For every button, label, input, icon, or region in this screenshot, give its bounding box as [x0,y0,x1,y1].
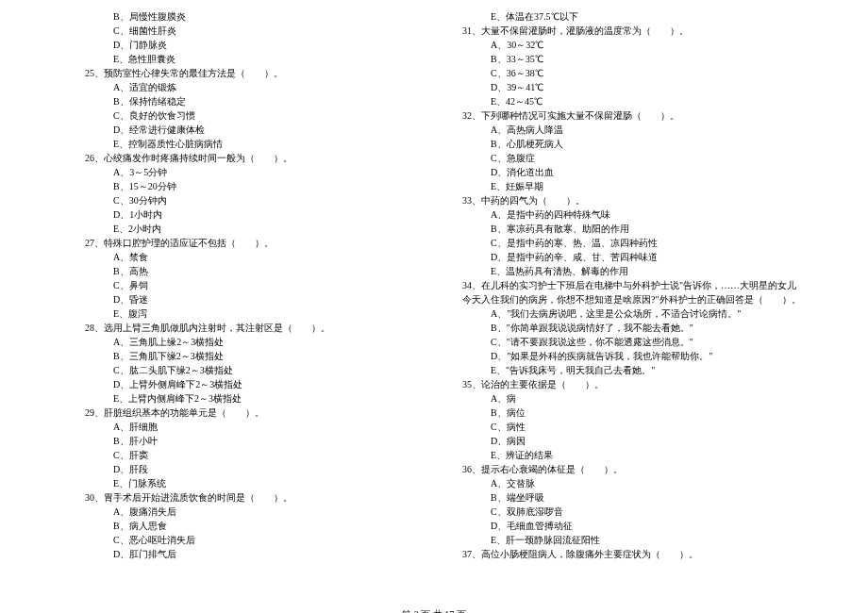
option: D、肛门排气后 [66,547,425,561]
option: A、30～32℃ [443,38,802,52]
option: B、端坐呼吸 [443,490,802,505]
option: E、急性胆囊炎 [66,52,425,66]
left-column: B、局慢性腹膜炎 C、细菌性肝炎 D、门静脉炎 E、急性胆囊炎 25、预防室性心… [66,9,425,594]
option: C、肝窦 [66,448,425,462]
question-30: 30、胃手术后开始进流质饮食的时间是（ ）。 [66,490,425,505]
question-29: 29、肝脏组织基本的功能单元是（ ）。 [66,406,425,420]
option: B、心肌梗死病人 [443,137,802,151]
option: E、控制器质性心脏病病情 [66,137,425,151]
option: C、肱二头肌下缘2～3横指处 [66,363,425,377]
option: B、保持情绪稳定 [66,94,425,108]
option: A、病 [443,391,802,406]
option: E、2小时内 [66,222,425,236]
question-28: 28、选用上臂三角肌做肌内注射时，其注射区是（ ）。 [66,321,425,335]
option: C、30分钟内 [66,193,425,207]
option: D、毛细血管搏动征 [443,519,802,533]
option: B、三角肌下缘2～3横指处 [66,349,425,363]
option: C、鼻饲 [66,278,425,292]
option: C、恶心呕吐消失后 [66,533,425,547]
option: B、病位 [443,406,802,420]
option: C、是指中药的寒、热、温、凉四种药性 [443,236,802,250]
question-36: 36、提示右心衰竭的体征是（ ）。 [443,462,802,476]
option: E、肝一颈静脉回流征阳性 [443,533,802,547]
option: D、肝段 [66,462,425,476]
option: B、肝小叶 [66,434,425,448]
option: D、是指中药的辛、咸、甘、苦四种味道 [443,250,802,264]
option: D、39～41℃ [443,80,802,94]
option: D、病因 [443,434,802,448]
option: A、禁食 [66,250,425,264]
option: A、是指中药的四种特殊气味 [443,207,802,222]
option: D、昏迷 [66,292,425,306]
option: C、急腹症 [443,151,802,165]
option: E、"告诉我床号，明天我自己去看她。" [443,363,802,377]
right-column: E、体温在37.5℃以下 31、大量不保留灌肠时，灌肠液的温度常为（ ）。 A、… [443,9,802,594]
option: D、"如果是外科的疾病就告诉我，我也许能帮助你。" [443,349,802,363]
option: C、良好的饮食习惯 [66,108,425,123]
option: E、42～45℃ [443,94,802,108]
question-25: 25、预防室性心律失常的最佳方法是（ ）。 [66,66,425,80]
option: C、36～38℃ [443,66,802,80]
option: E、温热药具有清热、解毒的作用 [443,264,802,278]
option: D、上臂外侧肩峰下2～3横指处 [66,377,425,391]
option: A、腹痛消失后 [66,505,425,519]
option: A、适宜的锻炼 [66,80,425,94]
option: D、门静脉炎 [66,38,425,52]
option: B、15～20分钟 [66,179,425,193]
question-31: 31、大量不保留灌肠时，灌肠液的温度常为（ ）。 [443,24,802,38]
option: A、"我们去病房说吧，这里是公众场所，不适合讨论病情。" [443,306,802,321]
option: B、病人思食 [66,519,425,533]
option: A、交替脉 [443,476,802,490]
option: E、上臂内侧肩峰下2～3横指处 [66,391,425,406]
option: E、体温在37.5℃以下 [443,9,802,24]
option: C、细菌性肝炎 [66,24,425,38]
option: B、寒凉药具有散寒、助阳的作用 [443,222,802,236]
option: E、妊娠早期 [443,179,802,193]
question-33: 33、中药的四气为（ ）。 [443,193,802,207]
option: A、高热病人降温 [443,123,802,137]
page-footer: 第 3 页 共 17 页 [0,604,868,613]
question-35: 35、论治的主要依据是（ ）。 [443,377,802,391]
option: B、局慢性腹膜炎 [66,9,425,24]
option: C、病性 [443,420,802,434]
option: C、"请不要跟我说这些，你不能透露这些消息。" [443,335,802,349]
option: A、三角肌上缘2～3横指处 [66,335,425,349]
option: D、消化道出血 [443,165,802,179]
option: E、辨证的结果 [443,448,802,462]
question-32: 32、下列哪种情况可实施大量不保留灌肠（ ）。 [443,108,802,123]
page-content: B、局慢性腹膜炎 C、细菌性肝炎 D、门静脉炎 E、急性胆囊炎 25、预防室性心… [0,0,868,604]
question-26: 26、心绞痛发作时疼痛持续时间一般为（ ）。 [66,151,425,165]
question-34: 34、在儿科的实习护士下班后在电梯中与外科护士说"告诉你，……大明星的女儿今天入… [443,278,802,306]
option: B、33～35℃ [443,52,802,66]
option: A、肝细胞 [66,420,425,434]
option: C、双肺底湿啰音 [443,505,802,519]
question-37: 37、高位小肠梗阻病人，除腹痛外主要症状为（ ）。 [443,547,802,561]
option: B、高热 [66,264,425,278]
option: E、腹泻 [66,306,425,321]
option: D、经常进行健康体检 [66,123,425,137]
option: B、"你简单跟我说说病情好了，我不能去看她。" [443,321,802,335]
option: A、3～5分钟 [66,165,425,179]
question-27: 27、特殊口腔护理的适应证不包括（ ）。 [66,236,425,250]
option: E、门脉系统 [66,476,425,490]
option: D、1小时内 [66,207,425,222]
